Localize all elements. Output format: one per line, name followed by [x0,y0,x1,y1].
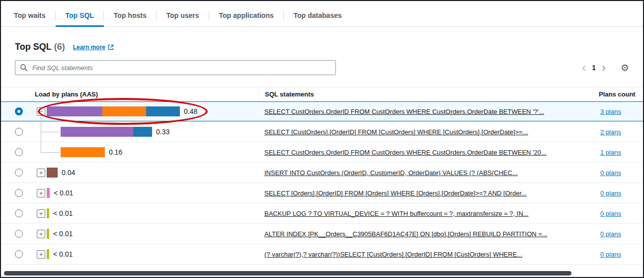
bar-segment-purple [47,106,102,116]
table-row[interactable]: + 0.04 INSERT INTO CustOrders (OrderID, … [1,163,643,183]
sql-statement-link[interactable]: SELECT [Orders].[OrderID] FROM [Orders] … [264,189,527,197]
learn-more-label: Learn more [73,44,105,51]
load-value: 0.04 [62,169,75,177]
toggle-cell: + [29,183,47,203]
plans-count-link[interactable]: 1 plans [600,149,621,156]
page-title-text: Top SQL [15,42,52,52]
plans-count-link[interactable]: 0 plans [600,230,621,238]
search-icon [20,64,28,74]
next-page-icon[interactable]: › [598,62,610,74]
load-cell: < 0.01 [47,224,258,244]
load-bar [47,249,49,259]
load-bar [47,168,58,178]
plans-count-link[interactable]: 0 plans [600,251,621,258]
row-radio-button[interactable] [15,189,23,197]
tab-top-waits[interactable]: Top waits [4,5,56,26]
table-row[interactable]: 0.16 SELECT CustOrders.OrderID FROM Cust… [1,142,643,163]
previous-page-icon[interactable]: ‹ [578,62,590,74]
radio-cell [1,250,29,258]
table-row[interactable]: 0.33 SELECT [CustOrders].[OrderID] FROM … [1,122,643,142]
tab-top-applications[interactable]: Top applications [209,5,284,26]
row-radio-button[interactable] [15,250,23,258]
load-value: < 0.01 [53,230,73,238]
sql-statement-link[interactable]: SELECT CustOrders.OrderID FROM CustOrder… [264,149,547,156]
bar-segment-orange [102,106,146,116]
column-header-sql: SQL statements [258,90,592,99]
table-row[interactable]: + < 0.01 ALTER INDEX [PK__Orders__C3905B… [1,224,643,244]
scrollbar-thumb[interactable] [4,271,571,276]
tree-connector-line [41,132,60,132]
tab-top-hosts[interactable]: Top hosts [104,5,157,26]
current-page-number[interactable]: 1 [590,64,598,72]
load-cell: 0.33 [47,122,258,142]
plans-count-link[interactable]: 0 plans [600,169,621,177]
plans-cell: 2 plans [592,127,643,136]
expand-toggle-icon[interactable]: + [37,230,45,238]
plans-count-link[interactable]: 0 plans [600,210,621,217]
table-body: − 0.48 SELECT CustOrders.OrderID FROM Cu… [1,101,643,265]
table-row[interactable]: − 0.48 SELECT CustOrders.OrderID FROM Cu… [1,101,643,122]
row-radio-button[interactable] [15,169,23,177]
bar-segment-purple [61,127,133,137]
external-link-icon [108,44,114,50]
expand-toggle-icon[interactable]: + [37,250,45,259]
load-cell: 0.04 [47,163,258,183]
toggle-cell: − [29,101,47,121]
bar-segment-olive [47,229,49,239]
toggle-cell: + [29,163,47,183]
bar-segment-blue [133,127,152,137]
column-header-plans: Plans count [592,90,643,99]
sql-cell: SELECT [CustOrders].[OrderID] FROM [Cust… [258,127,592,136]
load-cell: 0.48 [47,101,258,121]
plans-count-link[interactable]: 2 plans [600,128,621,136]
result-count: (6) [54,42,65,52]
settings-gear-icon[interactable]: ⚙ [621,63,629,73]
top-sql-panel: Top waits Top SQL Top hosts Top users To… [0,0,644,278]
sql-statement-link[interactable]: ALTER INDEX [PK__Orders__C3905BAF6D1AC47… [264,230,548,238]
toggle-cell: + [29,224,47,244]
row-radio-button[interactable] [15,128,23,136]
load-bar [47,106,180,116]
plans-count-link[interactable]: 3 plans [600,108,621,115]
tab-top-sql[interactable]: Top SQL [56,5,104,26]
load-value: < 0.01 [53,209,73,217]
load-bar [47,208,49,218]
sql-statement-link[interactable]: SELECT CustOrders.OrderID FROM CustOrder… [264,108,544,115]
radio-cell [1,209,29,217]
plans-count-link[interactable]: 0 plans [600,189,621,197]
plans-cell: 0 plans [592,229,643,238]
row-radio-button[interactable] [15,230,23,238]
expand-toggle-icon[interactable]: + [37,189,45,197]
sql-cell: BACKUP LOG ? TO VIRTUAL_DEVICE = ? WITH … [258,209,592,218]
search-input[interactable] [15,60,336,75]
row-radio-button[interactable] [15,148,23,156]
bar-segment-brown [47,168,58,178]
expand-toggle-icon[interactable]: + [37,209,45,218]
radio-cell [1,148,29,156]
sql-cell: SELECT CustOrders.OrderID FROM CustOrder… [258,107,592,116]
table-row[interactable]: + < 0.01 SELECT [Orders].[OrderID] FROM … [1,183,643,203]
toggle-cell: + [29,203,47,223]
sql-statement-link[interactable]: BACKUP LOG ? TO VIRTUAL_DEVICE = ? WITH … [264,210,529,217]
plans-cell: 3 plans [592,107,643,116]
table-row[interactable]: + < 0.01 (? varchar(?),? varchar(?))SELE… [1,244,643,265]
tree-connector-line [41,142,41,152]
table-row[interactable]: + < 0.01 BACKUP LOG ? TO VIRTUAL_DEVICE … [1,203,643,224]
row-radio-button[interactable] [15,209,23,217]
tab-top-databases[interactable]: Top databases [284,5,352,26]
radio-cell [1,169,29,177]
pagination-controls: ‹ 1 › ⚙ [578,62,629,74]
load-value: < 0.01 [54,189,73,197]
load-cell: 0.16 [47,142,258,162]
learn-more-link[interactable]: Learn more [73,44,114,51]
tab-top-users[interactable]: Top users [157,5,209,26]
load-bar [47,229,49,239]
sql-statement-link[interactable]: INSERT INTO CustOrders (OrderID, Custome… [264,169,518,177]
sql-statement-link[interactable]: (? varchar(?),? varchar(?))SELECT [CustO… [264,251,522,258]
expand-toggle-icon[interactable]: + [37,169,45,177]
load-cell: < 0.01 [47,203,258,223]
row-radio-button[interactable] [15,107,23,115]
collapse-toggle-icon[interactable]: − [37,107,45,116]
sql-statement-link[interactable]: SELECT [CustOrders].[OrderID] FROM [Cust… [264,128,528,136]
sql-cell: SELECT [Orders].[OrderID] FROM [Orders] … [258,188,592,197]
